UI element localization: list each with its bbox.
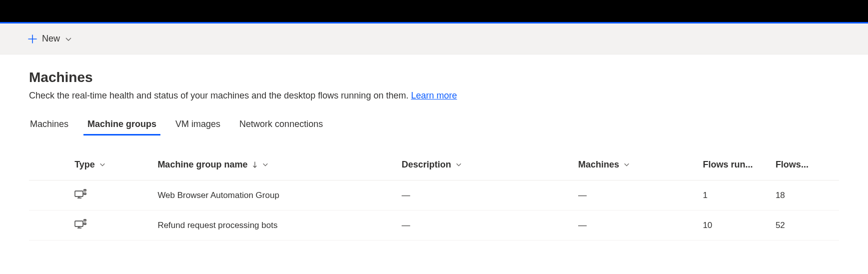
chevron-down-icon <box>97 162 105 168</box>
chevron-down-icon <box>622 162 630 168</box>
tab-machine-groups[interactable]: Machine groups <box>86 116 157 134</box>
col-gutter <box>29 150 70 180</box>
cell-flows-queued: 52 <box>772 210 839 240</box>
new-button[interactable]: New <box>28 34 72 44</box>
col-type-label: Type <box>74 160 95 170</box>
page-content: Machines Check the real-time health and … <box>0 54 868 240</box>
col-flows-running-label: Flows run... <box>703 160 753 170</box>
col-name[interactable]: Machine group name <box>153 150 397 180</box>
sort-down-icon <box>250 160 260 170</box>
col-machines[interactable]: Machines <box>574 150 699 180</box>
tab-network-connections[interactable]: Network connections <box>238 116 324 134</box>
col-flows-running[interactable]: Flows run... <box>699 150 771 180</box>
machine-group-icon <box>74 188 86 200</box>
cell-flows-queued: 18 <box>772 180 839 210</box>
top-bar <box>0 0 868 22</box>
svg-rect-0 <box>75 191 83 196</box>
tab-machines[interactable]: Machines <box>29 116 69 134</box>
tab-list: Machines Machine groups VM images Networ… <box>29 116 839 134</box>
col-type[interactable]: Type <box>70 150 153 180</box>
tab-vm-images[interactable]: VM images <box>174 116 221 134</box>
table-row[interactable]: Refund request processing bots — — 10 52 <box>29 210 839 240</box>
machine-group-icon <box>74 218 86 230</box>
machine-groups-table: Type Machine group name Description <box>29 150 839 240</box>
chevron-down-icon <box>260 162 268 168</box>
page-subtitle: Check the real-time health and status of… <box>29 90 839 101</box>
cell-description: — <box>398 210 574 240</box>
col-machines-label: Machines <box>578 160 619 170</box>
learn-more-link[interactable]: Learn more <box>411 90 457 100</box>
col-flows-queued[interactable]: Flows... <box>772 150 839 180</box>
page-subtitle-text: Check the real-time health and status of… <box>29 90 411 100</box>
col-flows-queued-label: Flows... <box>776 160 809 170</box>
page-title: Machines <box>29 70 839 86</box>
chevron-down-icon <box>65 36 72 42</box>
cell-description: — <box>398 180 574 210</box>
svg-rect-1 <box>75 221 83 226</box>
chevron-down-icon <box>454 162 462 168</box>
plus-icon <box>28 34 37 44</box>
cell-machines: — <box>574 210 699 240</box>
table-row[interactable]: Web Browser Automation Group — — 1 18 <box>29 180 839 210</box>
cell-flows-running: 10 <box>699 210 771 240</box>
cell-machines: — <box>574 180 699 210</box>
col-description-label: Description <box>402 160 451 170</box>
cell-name: Refund request processing bots <box>153 210 397 240</box>
cell-flows-running: 1 <box>699 180 771 210</box>
new-button-label: New <box>42 34 60 44</box>
col-description[interactable]: Description <box>398 150 574 180</box>
table-header-row: Type Machine group name Description <box>29 150 839 180</box>
cell-name: Web Browser Automation Group <box>153 180 397 210</box>
col-name-label: Machine group name <box>157 160 247 170</box>
command-bar: New <box>0 24 868 54</box>
